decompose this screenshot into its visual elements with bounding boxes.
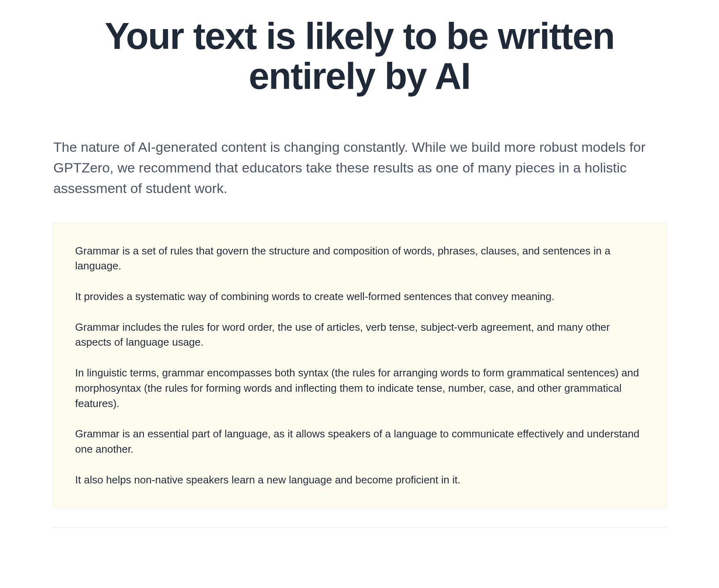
content-paragraph: It also helps non-native speakers learn … <box>75 472 644 488</box>
content-paragraph: Grammar includes the rules for word orde… <box>75 320 644 350</box>
content-paragraph: Grammar is an essential part of language… <box>75 426 644 457</box>
content-paragraph: In linguistic terms, grammar encompasses… <box>75 365 644 411</box>
content-paragraph: It provides a systematic way of combinin… <box>75 289 644 304</box>
subtitle-text: The nature of AI-generated content is ch… <box>53 137 666 199</box>
content-paragraph: Grammar is a set of rules that govern th… <box>75 244 644 274</box>
page-title: Your text is likely to be written entire… <box>53 16 666 97</box>
analyzed-text-box: Grammar is a set of rules that govern th… <box>53 223 666 508</box>
divider <box>53 527 666 528</box>
